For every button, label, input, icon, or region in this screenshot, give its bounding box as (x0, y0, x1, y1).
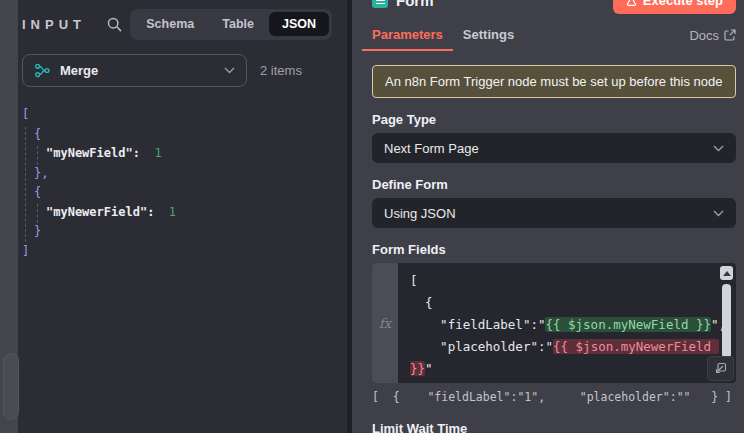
docs-label: Docs (689, 28, 719, 43)
json-line: { (22, 183, 332, 203)
code-line: "fieldLabel":"{{ $json.myNewField }}", (410, 314, 710, 336)
merge-node-icon (34, 62, 51, 79)
tab-parameters[interactable]: Parameters (362, 19, 453, 51)
param-page-type: Page Type Next Form Page (372, 112, 736, 163)
expression-preview: [ { "fieldLabel":"1", "placeholder":"" }… (372, 390, 736, 404)
indent-guide (37, 146, 38, 165)
page-type-value: Next Form Page (384, 141, 479, 156)
indent-guide (37, 204, 38, 223)
define-form-label: Define Form (372, 177, 736, 193)
input-panel: INPUT Schema Table JSON (18, 0, 347, 433)
chevron-down-icon (713, 145, 724, 152)
tab-settings[interactable]: Settings (453, 19, 524, 51)
canvas-edge-rail (0, 0, 18, 433)
form-fields-label: Form Fields (372, 242, 736, 258)
docs-link[interactable]: Docs (689, 28, 736, 43)
json-line: } (22, 222, 332, 242)
collapsed-panel-handle[interactable] (3, 353, 19, 420)
form-fields-json-editor[interactable]: fx [ { "fieldLabel":"{{ $json.myNewField… (372, 263, 736, 383)
expand-icon (714, 362, 727, 375)
form-fields-code[interactable]: [ { "fieldLabel":"{{ $json.myNewField }}… (398, 263, 736, 383)
page-type-select[interactable]: Next Form Page (372, 133, 736, 163)
expand-editor-button[interactable] (707, 356, 734, 381)
node-settings-panel: Form Execute step Parameters Settings Do… (352, 0, 744, 433)
n8n-node-detail-view: INPUT Schema Table JSON (0, 0, 744, 433)
input-json-view[interactable]: [{"myNewField": 1},{"myNewerField": 1}] (22, 105, 332, 261)
chevron-down-icon (224, 67, 235, 74)
search-button[interactable] (106, 16, 123, 33)
code-line: }}" (410, 358, 710, 380)
page-type-label: Page Type (372, 112, 736, 128)
items-count: 2 items (260, 63, 302, 78)
define-form-value: Using JSON (384, 206, 456, 221)
code-line: { (410, 292, 710, 314)
scrollbar-thumb[interactable] (722, 284, 731, 358)
json-line: "myNewerField": 1 (22, 203, 332, 223)
define-form-select[interactable]: Using JSON (372, 198, 736, 228)
json-line: "myNewField": 1 (22, 144, 332, 164)
indent-guide (25, 127, 26, 242)
param-define-form: Define Form Using JSON (372, 177, 736, 228)
form-node-icon (372, 0, 388, 8)
input-source-select[interactable]: Merge (22, 54, 247, 87)
node-title: Form (396, 0, 434, 9)
node-header: Form Execute step (372, 0, 736, 13)
chevron-down-icon (713, 210, 724, 217)
fx-icon: fx (379, 316, 391, 331)
code-line: } (410, 380, 710, 383)
form-trigger-notice: An n8n Form Trigger node must be set up … (372, 65, 736, 98)
execute-step-button[interactable]: Execute step (613, 0, 736, 14)
input-source-row: Merge 2 items (22, 54, 332, 87)
node-tabs: Parameters Settings Docs (372, 19, 736, 51)
json-line: }, (22, 164, 332, 184)
display-mode-tabs: Schema Table JSON (130, 9, 332, 40)
scroll-up-button[interactable] (720, 266, 733, 280)
input-source-value: Merge (60, 63, 98, 78)
search-icon (106, 16, 123, 33)
json-line: ] (22, 242, 332, 262)
code-line: [ (410, 270, 710, 292)
code-line: "placeholder":"{{ $json.myNewerField (410, 336, 710, 358)
flask-icon (626, 0, 637, 6)
execute-step-label: Execute step (643, 0, 723, 8)
tab-table[interactable]: Table (209, 12, 267, 36)
tab-json[interactable]: JSON (269, 12, 329, 36)
expression-gutter: fx (372, 263, 398, 383)
external-link-icon (724, 29, 736, 41)
json-line: { (22, 125, 332, 145)
limit-wait-time-label: Limit Wait Time (372, 421, 736, 433)
param-form-fields: Form Fields fx [ { "fieldLabel":"{{ $jso… (372, 242, 736, 404)
input-panel-header: INPUT Schema Table JSON (22, 8, 332, 40)
input-panel-title: INPUT (22, 17, 86, 32)
json-line: [ (22, 105, 332, 125)
tab-schema[interactable]: Schema (133, 12, 207, 36)
